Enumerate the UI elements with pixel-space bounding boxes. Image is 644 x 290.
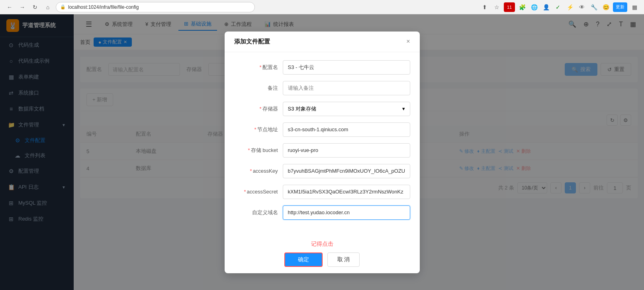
form-row-bucket: *存储 bucket	[234, 143, 410, 158]
browser-back-btn[interactable]: ←	[5, 2, 14, 12]
add-file-config-modal: 添加文件配置 × *配置名 备注 *存储器 S3	[225, 32, 420, 273]
form-row-remark: 备注	[234, 81, 410, 95]
share-icon[interactable]: ⬆	[480, 2, 489, 12]
browser-ext7[interactable]: 🔧	[589, 2, 599, 12]
modal-close-btn[interactable]: ×	[406, 38, 410, 45]
remark-label: 备注	[234, 85, 278, 92]
modal-footer: 记得点击 确定 取 消	[225, 234, 420, 273]
config-name-label: *配置名	[234, 64, 278, 71]
storage-label: *存储器	[234, 105, 278, 112]
footer-buttons: 确定 取 消	[284, 253, 360, 267]
form-row-endpoint: *节点地址	[234, 122, 410, 137]
form-row-access-key: *accessKey	[234, 164, 410, 178]
browser-home-btn[interactable]: ⌂	[43, 2, 53, 12]
access-secret-input[interactable]	[283, 185, 410, 199]
endpoint-label: *节点地址	[234, 126, 278, 133]
custom-domain-input[interactable]	[283, 205, 410, 220]
lock-icon: 🔒	[60, 4, 66, 10]
bucket-input[interactable]	[283, 143, 410, 158]
cancel-btn[interactable]: 取 消	[327, 253, 360, 267]
storage-select[interactable]: S3 对象存储 ▾	[283, 102, 410, 116]
browser-ext8[interactable]: 😊	[601, 2, 611, 12]
modal-overlay: 添加文件配置 × *配置名 备注 *存储器 S3	[0, 14, 644, 290]
bookmark-icon[interactable]: ☆	[492, 2, 501, 12]
browser-ext4[interactable]: ✓	[553, 2, 563, 12]
address-bar[interactable]: 🔒 localhost:1024/infra/file/file-config	[56, 2, 255, 12]
storage-value: S3 对象存储	[288, 105, 317, 112]
extensions-icon[interactable]: 11	[504, 2, 515, 12]
form-row-storage: *存储器 S3 对象存储 ▾	[234, 102, 410, 116]
confirm-btn[interactable]: 确定	[284, 253, 323, 267]
browser-ext2[interactable]: 🌐	[529, 2, 539, 12]
browser-ext3[interactable]: 👤	[541, 2, 551, 12]
custom-domain-label: 自定义域名	[234, 209, 278, 216]
modal-header: 添加文件配置 ×	[225, 32, 420, 52]
url-text: localhost:1024/infra/file/file-config	[68, 4, 139, 10]
browser-refresh-btn[interactable]: ↻	[30, 2, 40, 12]
bucket-label: *存储 bucket	[234, 147, 278, 154]
modal-body: *配置名 备注 *存储器 S3 对象存储 ▾	[225, 52, 420, 234]
reminder-text: 记得点击	[311, 241, 333, 248]
browser-forward-btn[interactable]: →	[18, 2, 27, 12]
storage-chevron-icon: ▾	[402, 106, 405, 112]
qr-code-icon[interactable]: ▦	[630, 2, 639, 12]
browser-ext1[interactable]: 🧩	[517, 2, 527, 12]
access-key-input[interactable]	[283, 164, 410, 178]
remark-input[interactable]	[283, 81, 410, 95]
form-row-custom-domain: 自定义域名	[234, 205, 410, 220]
browser-right-icons: ⬆ ☆ 11 🧩 🌐 👤 ✓ ⚡ 👁 🔧 😊 更新 ▦	[480, 2, 639, 12]
access-secret-label: *accessSecret	[234, 189, 278, 195]
browser-chrome: ← → ↻ ⌂ 🔒 localhost:1024/infra/file/file…	[0, 0, 644, 14]
config-name-input[interactable]	[283, 60, 410, 75]
update-btn[interactable]: 更新	[613, 2, 627, 12]
browser-ext6[interactable]: 👁	[577, 2, 587, 12]
form-row-config-name: *配置名	[234, 60, 410, 75]
access-key-label: *accessKey	[234, 168, 278, 174]
browser-ext5[interactable]: ⚡	[565, 2, 575, 12]
form-row-access-secret: *accessSecret	[234, 185, 410, 199]
endpoint-input[interactable]	[283, 122, 410, 137]
modal-title: 添加文件配置	[234, 38, 270, 45]
